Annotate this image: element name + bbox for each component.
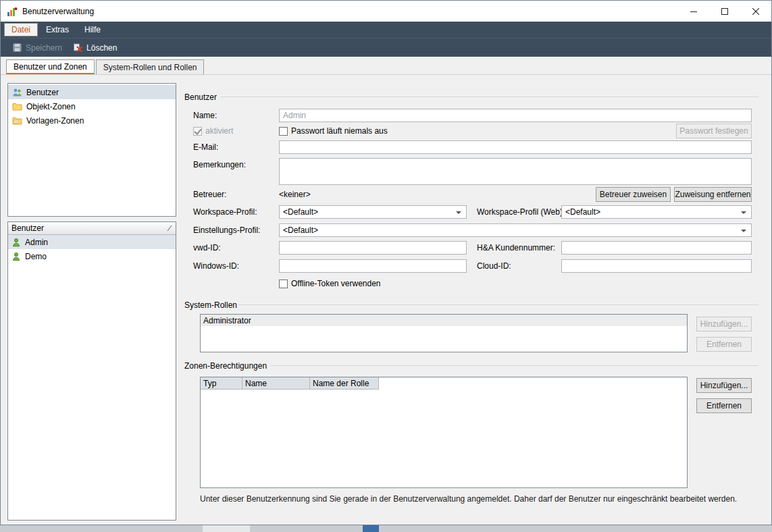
menu-item-datei[interactable]: Datei — [4, 23, 38, 36]
system-rolle-item-administrator[interactable]: Administrator — [201, 315, 687, 326]
close-button[interactable] — [740, 1, 771, 22]
windows-id-input[interactable] — [279, 259, 467, 273]
user-icon — [11, 252, 21, 261]
name-label: Name: — [193, 111, 217, 120]
tree-item-label: Objekt-Zonen — [26, 102, 76, 111]
folder-icon — [12, 102, 22, 111]
betreuer-label: Betreuer: — [193, 190, 226, 199]
group-rule — [271, 365, 758, 366]
tree-item-benutzer[interactable]: Benutzer — [8, 85, 176, 99]
user-list-item-admin[interactable]: Admin — [8, 235, 176, 249]
aktiviert-label: aktiviert — [205, 126, 233, 136]
tree-item-vorlagen-zonen[interactable]: Vorlagen-Zonen — [8, 113, 176, 128]
user-list-header[interactable]: Benutzer — [8, 222, 176, 235]
screen: Benutzerverwaltung Datei Extras Hilfe — [0, 0, 772, 532]
group-rule — [220, 97, 758, 97]
einstellungs-profil-select[interactable]: <Default> — [279, 223, 752, 237]
app-window: Benutzerverwaltung Datei Extras Hilfe — [0, 0, 772, 525]
betreuer-value: <keiner> — [279, 190, 311, 199]
maximize-icon — [721, 8, 728, 15]
workspace-profil-select[interactable]: <Default> — [279, 205, 467, 219]
bemerkungen-label: Bemerkungen: — [193, 160, 246, 169]
window-controls — [678, 1, 771, 22]
user-list-item-label: Demo — [25, 252, 47, 261]
group-title-system-rollen: System-Rollen — [184, 300, 237, 310]
cloud-id-label: Cloud-ID: — [477, 261, 511, 271]
passwort-festlegen-button[interactable]: Passwort festlegen — [676, 124, 752, 138]
tabstrip: Benutzer und Zonen System-Rollen und Rol… — [1, 57, 771, 75]
user-list-header-label: Benutzer — [11, 223, 44, 233]
users-group-icon — [12, 88, 22, 97]
taskbar-strip — [0, 525, 772, 532]
toolbar: Speichern Löschen — [1, 38, 771, 57]
group-title-zonen-berechtigungen: Zonen-Berechtigungen — [184, 361, 267, 371]
user-list-item-demo[interactable]: Demo — [8, 249, 176, 263]
ha-kundennummer-label: H&A Kundennummer: — [477, 243, 555, 252]
save-icon — [12, 43, 22, 53]
system-rollen-hinzufuegen-button[interactable]: Hinzufügen... — [696, 317, 752, 331]
passwort-niemals-checkbox[interactable]: Passwort läuft niemals aus — [279, 126, 388, 136]
sort-indicator-icon — [167, 225, 172, 232]
group-rule — [238, 304, 758, 305]
system-rollen-listbox[interactable]: Administrator — [200, 314, 688, 352]
zonen-hinzufuegen-button[interactable]: Hinzufügen... — [696, 378, 752, 393]
minimize-button[interactable] — [678, 1, 709, 22]
zonen-table-header: Typ Name Name der Rolle — [201, 377, 687, 390]
group-title-benutzer: Benutzer — [184, 92, 217, 102]
minimize-icon — [690, 8, 697, 15]
bemerkungen-textarea[interactable] — [279, 158, 752, 185]
name-input[interactable]: Admin — [279, 109, 752, 122]
ha-kundennummer-input[interactable] — [561, 241, 752, 255]
betreuer-zuweisen-button[interactable]: Betreuer zuweisen — [596, 187, 671, 202]
footer-note: Unter dieser Benutzerkennung sind Sie ge… — [200, 494, 737, 504]
tree-item-label: Vorlagen-Zonen — [26, 116, 84, 126]
window-title: Benutzerverwaltung — [22, 7, 94, 16]
menu-item-hilfe[interactable]: Hilfe — [77, 23, 108, 36]
column-header-typ[interactable]: Typ — [201, 377, 242, 390]
offline-token-checkbox[interactable]: Offline-Token verwenden — [279, 279, 381, 288]
workspace-profil-web-label: Workspace-Profil (Web): — [477, 207, 565, 217]
workspace-profil-label: Workspace-Profil: — [193, 207, 257, 217]
save-button[interactable]: Speichern — [7, 41, 68, 55]
cloud-id-input[interactable] — [561, 259, 752, 273]
taskbar-fragment — [203, 525, 250, 532]
system-rollen-entfernen-button[interactable]: Entfernen — [696, 337, 752, 352]
column-header-name[interactable]: Name — [242, 377, 310, 390]
delete-icon — [73, 43, 83, 53]
titlebar: Benutzerverwaltung — [1, 1, 771, 22]
tab-benutzer-und-zonen[interactable]: Benutzer und Zonen — [6, 59, 95, 74]
aktiviert-checkbox[interactable]: aktiviert — [193, 126, 233, 136]
user-list: Benutzer Admin Demo — [7, 221, 176, 521]
tree-item-objekt-zonen[interactable]: Objekt-Zonen — [8, 99, 176, 113]
main-content: Benutzer Objekt-Zonen Vorlagen-Zone — [1, 75, 771, 525]
menu-item-extras[interactable]: Extras — [38, 23, 76, 36]
tree-item-label: Benutzer — [26, 88, 59, 97]
zuweisung-entfernen-button[interactable]: Zuweisung entfernen — [674, 187, 752, 202]
maximize-button[interactable] — [709, 1, 740, 22]
user-list-item-label: Admin — [25, 238, 48, 247]
taskbar-fragment — [363, 525, 379, 532]
app-icon — [7, 6, 18, 17]
user-icon — [11, 238, 21, 247]
menubar: Datei Extras Hilfe — [1, 22, 771, 38]
offline-token-label: Offline-Token verwenden — [291, 279, 381, 288]
column-header-name-der-rolle[interactable]: Name der Rolle — [310, 377, 379, 390]
close-icon — [752, 8, 759, 15]
workspace-profil-web-select[interactable]: <Default> — [561, 205, 752, 219]
navigation-tree: Benutzer Objekt-Zonen Vorlagen-Zone — [7, 83, 176, 217]
checkbox-unchecked-icon — [279, 280, 288, 288]
email-label: E-Mail: — [193, 142, 218, 152]
einstellungs-profil-label: Einstellungs-Profil: — [193, 225, 260, 235]
template-folder-icon — [12, 116, 22, 125]
delete-button-label: Löschen — [86, 43, 117, 53]
email-input[interactable] — [279, 140, 752, 154]
delete-button[interactable]: Löschen — [68, 41, 122, 55]
vwd-id-input[interactable] — [279, 241, 467, 255]
windows-id-label: Windows-ID: — [193, 261, 239, 271]
checkbox-checked-icon — [193, 127, 202, 136]
zonen-berechtigungen-table[interactable]: Typ Name Name der Rolle — [200, 377, 688, 488]
passwort-niemals-label: Passwort läuft niemals aus — [291, 126, 388, 136]
save-button-label: Speichern — [26, 43, 62, 53]
tab-system-rollen-und-rollen[interactable]: System-Rollen und Rollen — [96, 59, 205, 74]
zonen-entfernen-button[interactable]: Entfernen — [696, 398, 752, 413]
